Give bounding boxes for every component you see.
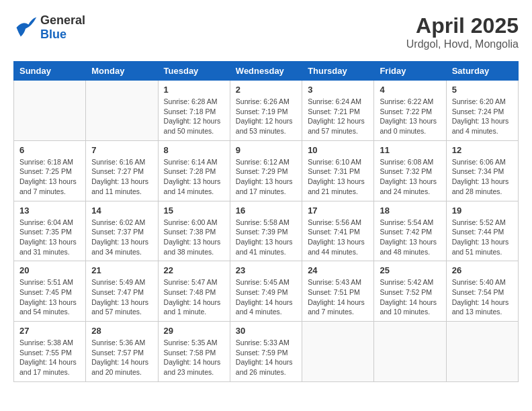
day-detail: Sunrise: 5:52 AM Sunset: 7:44 PM Dayligh… xyxy=(452,218,513,257)
calendar-day-cell: 25Sunrise: 5:42 AM Sunset: 7:52 PM Dayli… xyxy=(374,261,446,322)
day-number: 29 xyxy=(164,326,224,336)
day-detail: Sunrise: 5:49 AM Sunset: 7:47 PM Dayligh… xyxy=(91,277,152,317)
day-number: 14 xyxy=(91,205,152,216)
day-detail: Sunrise: 6:24 AM Sunset: 7:21 PM Dayligh… xyxy=(308,97,368,136)
day-number: 22 xyxy=(164,265,224,275)
day-detail: Sunrise: 5:54 AM Sunset: 7:42 PM Dayligh… xyxy=(380,218,440,257)
day-of-week-header: Wednesday xyxy=(230,62,302,81)
day-number: 4 xyxy=(380,85,440,95)
day-number: 2 xyxy=(236,85,296,95)
day-detail: Sunrise: 6:08 AM Sunset: 7:32 PM Dayligh… xyxy=(380,157,440,197)
logo-blue: Blue xyxy=(40,28,85,42)
calendar-subtitle: Urdgol, Hovd, Mongolia xyxy=(406,38,519,50)
calendar-day-cell: 11Sunrise: 6:08 AM Sunset: 7:32 PM Dayli… xyxy=(374,140,446,201)
day-of-week-header: Tuesday xyxy=(158,62,230,81)
day-detail: Sunrise: 5:40 AM Sunset: 7:54 PM Dayligh… xyxy=(452,277,513,317)
day-detail: Sunrise: 5:45 AM Sunset: 7:49 PM Dayligh… xyxy=(236,277,296,317)
calendar-day-cell: 3Sunrise: 6:24 AM Sunset: 7:21 PM Daylig… xyxy=(302,81,374,141)
calendar-day-cell: 18Sunrise: 5:54 AM Sunset: 7:42 PM Dayli… xyxy=(374,201,446,261)
calendar-week-row: 27Sunrise: 5:38 AM Sunset: 7:55 PM Dayli… xyxy=(14,322,519,382)
day-detail: Sunrise: 5:58 AM Sunset: 7:39 PM Dayligh… xyxy=(236,218,296,257)
day-number: 7 xyxy=(91,145,152,155)
day-number: 13 xyxy=(19,205,80,216)
calendar-day-cell: 30Sunrise: 5:33 AM Sunset: 7:59 PM Dayli… xyxy=(230,322,302,382)
day-detail: Sunrise: 6:18 AM Sunset: 7:25 PM Dayligh… xyxy=(19,157,80,197)
calendar-day-cell: 2Sunrise: 6:26 AM Sunset: 7:19 PM Daylig… xyxy=(230,81,302,141)
calendar-day-cell: 17Sunrise: 5:56 AM Sunset: 7:41 PM Dayli… xyxy=(302,201,374,261)
day-detail: Sunrise: 5:56 AM Sunset: 7:41 PM Dayligh… xyxy=(308,218,368,257)
day-number: 1 xyxy=(164,85,224,95)
day-detail: Sunrise: 6:02 AM Sunset: 7:37 PM Dayligh… xyxy=(91,218,152,257)
calendar-day-cell xyxy=(14,81,86,141)
calendar-day-cell: 1Sunrise: 6:28 AM Sunset: 7:18 PM Daylig… xyxy=(158,81,230,141)
day-number: 16 xyxy=(236,205,296,216)
day-detail: Sunrise: 6:14 AM Sunset: 7:28 PM Dayligh… xyxy=(164,157,224,197)
day-detail: Sunrise: 6:06 AM Sunset: 7:34 PM Dayligh… xyxy=(452,157,513,197)
day-number: 20 xyxy=(19,265,80,275)
day-number: 10 xyxy=(308,145,368,155)
calendar-day-cell: 20Sunrise: 5:51 AM Sunset: 7:45 PM Dayli… xyxy=(14,261,86,322)
title-block: April 2025 Urdgol, Hovd, Mongolia xyxy=(406,13,519,50)
day-detail: Sunrise: 5:35 AM Sunset: 7:58 PM Dayligh… xyxy=(164,338,224,377)
calendar-title: April 2025 xyxy=(406,13,519,38)
logo: General Blue xyxy=(13,13,85,42)
day-detail: Sunrise: 6:26 AM Sunset: 7:19 PM Dayligh… xyxy=(236,97,296,136)
calendar-day-cell: 22Sunrise: 5:47 AM Sunset: 7:48 PM Dayli… xyxy=(158,261,230,322)
calendar-day-cell xyxy=(446,322,518,382)
day-of-week-header: Sunday xyxy=(14,62,86,81)
day-number: 18 xyxy=(380,205,440,216)
day-detail: Sunrise: 6:12 AM Sunset: 7:29 PM Dayligh… xyxy=(236,157,296,197)
day-of-week-header: Thursday xyxy=(302,62,374,81)
day-number: 6 xyxy=(19,145,80,155)
day-detail: Sunrise: 5:51 AM Sunset: 7:45 PM Dayligh… xyxy=(19,277,80,317)
calendar-week-row: 13Sunrise: 6:04 AM Sunset: 7:35 PM Dayli… xyxy=(14,201,519,261)
day-number: 5 xyxy=(452,85,513,95)
day-number: 15 xyxy=(164,205,224,216)
calendar-day-cell xyxy=(302,322,374,382)
calendar-day-cell: 13Sunrise: 6:04 AM Sunset: 7:35 PM Dayli… xyxy=(14,201,86,261)
calendar-day-cell: 21Sunrise: 5:49 AM Sunset: 7:47 PM Dayli… xyxy=(86,261,158,322)
day-detail: Sunrise: 5:42 AM Sunset: 7:52 PM Dayligh… xyxy=(380,277,440,317)
day-of-week-header: Monday xyxy=(86,62,158,81)
day-detail: Sunrise: 5:36 AM Sunset: 7:57 PM Dayligh… xyxy=(91,338,152,377)
day-number: 8 xyxy=(164,145,224,155)
calendar-day-cell xyxy=(374,322,446,382)
calendar-day-cell: 15Sunrise: 6:00 AM Sunset: 7:38 PM Dayli… xyxy=(158,201,230,261)
calendar-day-cell: 16Sunrise: 5:58 AM Sunset: 7:39 PM Dayli… xyxy=(230,201,302,261)
logo-text: General Blue xyxy=(40,13,85,42)
calendar-day-cell: 8Sunrise: 6:14 AM Sunset: 7:28 PM Daylig… xyxy=(158,140,230,201)
calendar-day-cell: 24Sunrise: 5:43 AM Sunset: 7:51 PM Dayli… xyxy=(302,261,374,322)
day-detail: Sunrise: 5:38 AM Sunset: 7:55 PM Dayligh… xyxy=(19,338,80,377)
calendar-day-cell: 19Sunrise: 5:52 AM Sunset: 7:44 PM Dayli… xyxy=(446,201,518,261)
day-detail: Sunrise: 6:10 AM Sunset: 7:31 PM Dayligh… xyxy=(308,157,368,197)
day-of-week-header: Friday xyxy=(374,62,446,81)
calendar-day-cell: 28Sunrise: 5:36 AM Sunset: 7:57 PM Dayli… xyxy=(86,322,158,382)
calendar-day-cell: 14Sunrise: 6:02 AM Sunset: 7:37 PM Dayli… xyxy=(86,201,158,261)
day-number: 3 xyxy=(308,85,368,95)
day-detail: Sunrise: 5:47 AM Sunset: 7:48 PM Dayligh… xyxy=(164,277,224,317)
calendar-week-row: 6Sunrise: 6:18 AM Sunset: 7:25 PM Daylig… xyxy=(14,140,519,201)
day-number: 24 xyxy=(308,265,368,275)
day-detail: Sunrise: 6:22 AM Sunset: 7:22 PM Dayligh… xyxy=(380,97,440,136)
day-number: 11 xyxy=(380,145,440,155)
general-blue-icon xyxy=(13,15,38,40)
day-number: 19 xyxy=(452,205,513,216)
calendar-day-cell: 9Sunrise: 6:12 AM Sunset: 7:29 PM Daylig… xyxy=(230,140,302,201)
calendar-week-row: 20Sunrise: 5:51 AM Sunset: 7:45 PM Dayli… xyxy=(14,261,519,322)
day-number: 9 xyxy=(236,145,296,155)
calendar-week-row: 1Sunrise: 6:28 AM Sunset: 7:18 PM Daylig… xyxy=(14,81,519,141)
calendar-day-cell: 23Sunrise: 5:45 AM Sunset: 7:49 PM Dayli… xyxy=(230,261,302,322)
calendar-header-row: SundayMondayTuesdayWednesdayThursdayFrid… xyxy=(14,62,519,81)
calendar-day-cell: 10Sunrise: 6:10 AM Sunset: 7:31 PM Dayli… xyxy=(302,140,374,201)
day-number: 26 xyxy=(452,265,513,275)
day-detail: Sunrise: 6:04 AM Sunset: 7:35 PM Dayligh… xyxy=(19,218,80,257)
calendar-day-cell: 12Sunrise: 6:06 AM Sunset: 7:34 PM Dayli… xyxy=(446,140,518,201)
calendar-day-cell: 7Sunrise: 6:16 AM Sunset: 7:27 PM Daylig… xyxy=(86,140,158,201)
day-number: 30 xyxy=(236,326,296,336)
logo-general: General xyxy=(40,13,85,28)
day-detail: Sunrise: 5:33 AM Sunset: 7:59 PM Dayligh… xyxy=(236,338,296,377)
day-detail: Sunrise: 5:43 AM Sunset: 7:51 PM Dayligh… xyxy=(308,277,368,317)
day-number: 25 xyxy=(380,265,440,275)
day-detail: Sunrise: 6:00 AM Sunset: 7:38 PM Dayligh… xyxy=(164,218,224,257)
day-number: 28 xyxy=(91,326,152,336)
